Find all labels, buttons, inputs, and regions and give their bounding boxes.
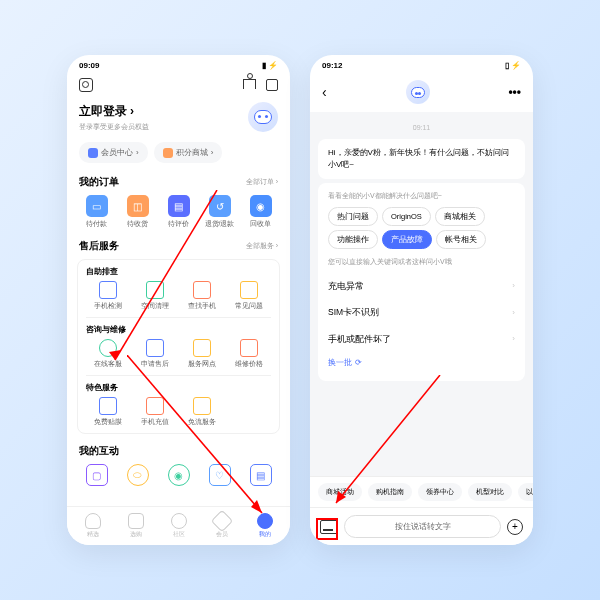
pill-member[interactable]: 会员中心› <box>79 142 148 163</box>
status-icons: ▮ ⚡ <box>262 61 278 70</box>
tab-bar: 精选 选购 社区 会员 我的 <box>67 506 290 545</box>
voice-input[interactable]: 按住说话转文字 <box>344 515 501 538</box>
chat-header: ‹ ••• <box>310 72 533 112</box>
tab-community[interactable]: 社区 <box>171 513 187 539</box>
login-subtitle: 登录享受更多会员权益 <box>79 122 149 132</box>
special-data[interactable]: 免流服务 <box>181 397 224 427</box>
phone-left: 09:09 ▮ ⚡ 立即登录› 登录享受更多会员权益 会员中心› 积分商城› 我… <box>67 55 290 545</box>
bchip-coupon[interactable]: 领券中心 <box>418 483 462 501</box>
shop-header <box>67 72 290 98</box>
order-refund[interactable]: ↺退货/退款 <box>200 195 239 229</box>
bchip-more[interactable]: 以 <box>518 483 533 501</box>
interact-5[interactable]: ▤ <box>241 464 280 486</box>
status-icons: ▯ ⚡ <box>505 61 521 70</box>
tab-mine[interactable]: 我的 <box>257 513 273 539</box>
input-bar: 按住说话转文字 + <box>310 507 533 545</box>
chat-avatar <box>406 80 430 104</box>
interact-grid: ▢ ⬭ ◉ ♡ ▤ <box>67 460 290 492</box>
bchip-compare[interactable]: 机型对比 <box>468 483 512 501</box>
tab-shop[interactable]: 选购 <box>128 513 144 539</box>
interact-header: 我的互动 <box>67 438 290 460</box>
status-bar: 09:09 ▮ ⚡ <box>67 55 290 72</box>
settings-icon[interactable] <box>79 78 93 92</box>
service-card: 自助排查 手机检测 空间清理 查找手机 常见问题 咨询与维修 在线客服 申请售后… <box>77 259 280 434</box>
avatar[interactable] <box>248 102 278 132</box>
cart-icon[interactable] <box>243 79 256 89</box>
self-phone-check[interactable]: 手机检测 <box>86 281 129 311</box>
login-title: 立即登录› <box>79 103 149 120</box>
greeting-bubble: Hi，亲爱的V粉，新年快乐！有什么问题，不妨问问小V吧~ <box>318 139 525 179</box>
self-find-phone[interactable]: 查找手机 <box>181 281 224 311</box>
chip-hot[interactable]: 热门问题 <box>328 207 378 226</box>
self-space-clean[interactable]: 空间清理 <box>133 281 176 311</box>
orders-grid: ▭待付款 ◫待收货 ▤待评价 ↺退货/退款 ◉回收单 <box>67 191 290 233</box>
tab-featured[interactable]: 精选 <box>85 513 101 539</box>
order-recycle[interactable]: ◉回收单 <box>241 195 280 229</box>
self-faq[interactable]: 常见问题 <box>228 281 271 311</box>
chip-fault[interactable]: 产品故障 <box>382 230 432 249</box>
chip-mall[interactable]: 商城相关 <box>435 207 485 226</box>
pill-points[interactable]: 积分商城› <box>154 142 223 163</box>
more-button[interactable]: ••• <box>508 85 521 99</box>
self-title: 自助排查 <box>86 266 271 281</box>
order-pending-review[interactable]: ▤待评价 <box>159 195 198 229</box>
options-bubble: 看看全能的小V都能解决什么问题吧~ 热门问题 OriginOS 商城相关 功能操… <box>318 183 525 381</box>
orders-all-link[interactable]: 全部订单 › <box>246 177 278 187</box>
robot-icon <box>254 110 272 124</box>
orders-header: 我的订单 全部订单 › <box>67 169 290 191</box>
interact-2[interactable]: ⬭ <box>118 464 157 486</box>
refresh-link[interactable]: 换一批⟳ <box>328 353 515 373</box>
plus-button[interactable]: + <box>507 519 523 535</box>
options-hint2: 您可以直接输入关键词或者这样问小V哦 <box>328 257 515 268</box>
annotation-box <box>316 518 338 540</box>
bchip-mall[interactable]: 商城活动 <box>318 483 362 501</box>
status-bar: 09:12 ▯ ⚡ <box>310 55 533 72</box>
scroll-area[interactable]: 我的订单 全部订单 › ▭待付款 ◫待收货 ▤待评价 ↺退货/退款 ◉回收单 售… <box>67 169 290 506</box>
chat-body[interactable]: 09:11 Hi，亲爱的V粉，新年快乐！有什么问题，不妨问问小V吧~ 看看全能的… <box>310 112 533 476</box>
pill-row: 会员中心› 积分商城› <box>67 136 290 169</box>
service-header: 售后服务 全部服务 › <box>67 233 290 255</box>
chat-timestamp: 09:11 <box>318 120 525 135</box>
consult-outlets[interactable]: 服务网点 <box>181 339 224 369</box>
special-film[interactable]: 免费贴膜 <box>86 397 129 427</box>
special-recharge[interactable]: 手机充值 <box>133 397 176 427</box>
consult-title: 咨询与维修 <box>86 324 271 339</box>
interact-3[interactable]: ◉ <box>159 464 198 486</box>
bottom-chips[interactable]: 商城活动 购机指南 领券中心 机型对比 以 <box>310 476 533 507</box>
scan-icon[interactable] <box>266 79 278 91</box>
chip-account[interactable]: 帐号相关 <box>436 230 486 249</box>
row-charge[interactable]: 充电异常› <box>328 273 515 300</box>
order-pending-pay[interactable]: ▭待付款 <box>77 195 116 229</box>
special-title: 特色服务 <box>86 382 271 397</box>
login-section[interactable]: 立即登录› 登录享受更多会员权益 <box>67 98 290 136</box>
bchip-guide[interactable]: 购机指南 <box>368 483 412 501</box>
row-broken[interactable]: 手机或配件坏了› <box>328 326 515 353</box>
status-time: 09:12 <box>322 61 342 70</box>
robot-icon <box>411 87 425 98</box>
tab-member[interactable]: 会员 <box>214 513 230 539</box>
consult-price[interactable]: 维修价格 <box>228 339 271 369</box>
status-time: 09:09 <box>79 61 99 70</box>
options-hint: 看看全能的小V都能解决什么问题吧~ <box>328 191 515 202</box>
interact-1[interactable]: ▢ <box>77 464 116 486</box>
consult-aftersale[interactable]: 申请售后 <box>133 339 176 369</box>
back-button[interactable]: ‹ <box>322 84 327 100</box>
service-all-link[interactable]: 全部服务 › <box>246 241 278 251</box>
consult-online[interactable]: 在线客服 <box>86 339 129 369</box>
row-sim[interactable]: SIM卡不识别› <box>328 299 515 326</box>
order-pending-receive[interactable]: ◫待收货 <box>118 195 157 229</box>
phone-right: 09:12 ▯ ⚡ ‹ ••• 09:11 Hi，亲爱的V粉，新年快乐！有什么问… <box>310 55 533 545</box>
chip-function[interactable]: 功能操作 <box>328 230 378 249</box>
chip-originos[interactable]: OriginOS <box>382 207 431 226</box>
interact-4[interactable]: ♡ <box>200 464 239 486</box>
chip-row: 热门问题 OriginOS 商城相关 功能操作 产品故障 帐号相关 <box>328 207 515 250</box>
